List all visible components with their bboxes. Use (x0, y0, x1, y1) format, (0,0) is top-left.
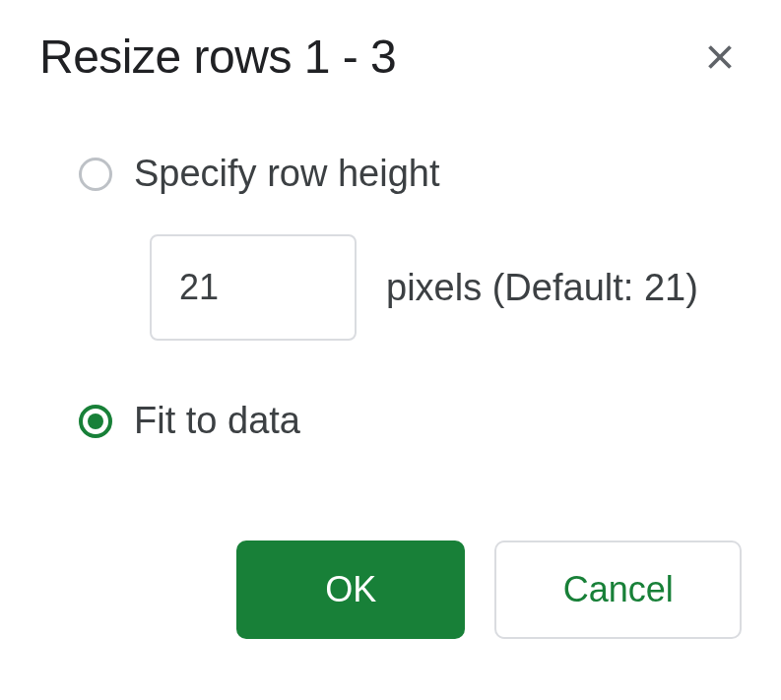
specify-radio-label: Specify row height (134, 153, 440, 195)
fit-to-data-option[interactable]: Fit to data (79, 400, 742, 442)
fit-radio[interactable] (79, 405, 112, 438)
row-height-suffix: pixels (Default: 21) (386, 267, 698, 309)
ok-button[interactable]: OK (236, 541, 465, 639)
cancel-button[interactable]: Cancel (494, 541, 742, 639)
dialog-title: Resize rows 1 - 3 (39, 30, 396, 84)
fit-radio-label: Fit to data (134, 400, 300, 442)
close-icon (702, 39, 738, 75)
specify-row-height-option[interactable]: Specify row height (79, 153, 742, 195)
specify-radio[interactable] (79, 158, 112, 191)
close-button[interactable] (698, 35, 742, 79)
row-height-input[interactable] (150, 234, 357, 341)
